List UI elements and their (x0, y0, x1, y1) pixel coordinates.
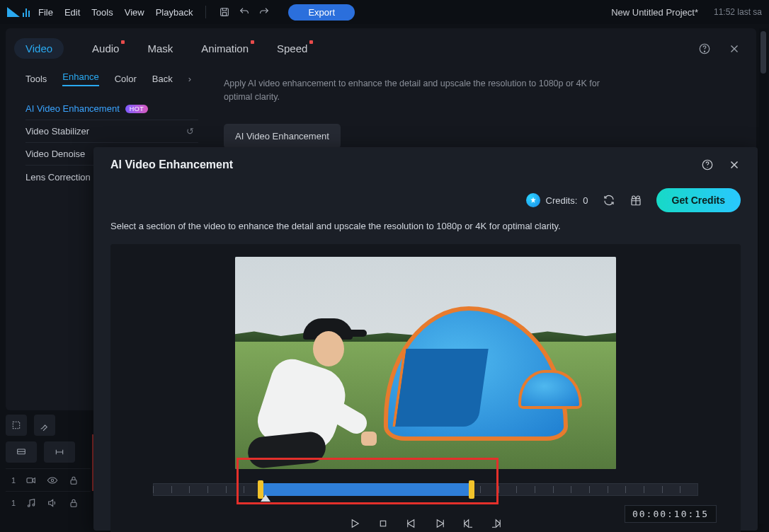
save-icon[interactable] (219, 6, 230, 18)
label: Lens Correction (25, 172, 91, 183)
track-index: 1 (11, 499, 16, 507)
animation-new-dot (251, 40, 254, 44)
tab-video[interactable]: Video (14, 38, 64, 59)
chevron-right-icon[interactable]: › (188, 74, 191, 84)
svg-point-9 (28, 504, 30, 507)
mark-in-icon[interactable] (462, 517, 474, 530)
dialog-close-icon[interactable] (728, 158, 741, 171)
track-video[interactable]: 1 (6, 468, 91, 491)
svg-rect-8 (71, 480, 76, 484)
svg-point-10 (33, 504, 35, 506)
timecode-display: 00:00:10:15 (625, 505, 717, 523)
lock-icon[interactable] (68, 497, 79, 509)
credits-label: Credits: (546, 195, 578, 206)
reset-icon[interactable]: ↺ (186, 126, 194, 137)
subtab-background[interactable]: Back (152, 74, 173, 84)
menu-file[interactable]: File (38, 7, 53, 18)
credits-coin-icon (526, 193, 540, 207)
svg-rect-11 (71, 502, 76, 507)
lock-icon[interactable] (68, 475, 79, 486)
get-credits-button[interactable]: Get Credits (656, 188, 741, 212)
stop-icon[interactable] (377, 517, 389, 530)
feature-description: Apply AI video enhancement to enhance th… (224, 77, 603, 104)
svg-point-13 (707, 167, 707, 168)
credits-value: 0 (583, 195, 588, 206)
svg-rect-0 (221, 8, 229, 16)
menu-playback[interactable]: Playback (156, 7, 193, 18)
ai-enhancement-dialog: AI Video Enhancement Credits: 0 Get Cred… (93, 147, 758, 531)
tool-brush[interactable] (34, 415, 55, 436)
audio-new-dot (121, 40, 125, 44)
undo-icon[interactable] (239, 6, 250, 18)
tab-animation[interactable]: Animation (201, 42, 249, 54)
redo-icon[interactable] (258, 6, 270, 18)
menu-tools[interactable]: Tools (91, 7, 113, 18)
menu-edit[interactable]: Edit (64, 7, 80, 18)
ai-enhancement-button[interactable]: AI Video Enhancement (224, 124, 341, 149)
help-icon[interactable] (698, 42, 711, 55)
speaker-icon[interactable] (47, 497, 58, 509)
tab-speed[interactable]: Speed (277, 42, 307, 54)
menubar: File Edit Tools View Playback Export New… (0, 0, 769, 24)
app-logo (7, 6, 24, 18)
gift-icon[interactable] (630, 194, 642, 207)
project-title: New Untitled Project* (611, 7, 698, 18)
close-panel-icon[interactable] (728, 42, 741, 55)
track-audio[interactable]: 1 (6, 491, 91, 514)
label: AI Video Enhancement (25, 103, 120, 114)
transport-controls (348, 517, 503, 530)
credits-display: Credits: 0 (526, 193, 588, 207)
sidebar-item-ai-enhance[interactable]: AI Video Enhancement HOT (25, 98, 198, 120)
preview-area: 00:00:10:15 (110, 244, 741, 532)
highlight-annotation (237, 458, 499, 504)
next-frame-icon[interactable] (433, 517, 446, 530)
right-scrollbar[interactable] (759, 28, 768, 524)
svg-rect-1 (223, 13, 227, 16)
timeline-tools: 1 1 (6, 415, 91, 514)
hot-badge: HOT (125, 105, 149, 113)
tool-crop[interactable] (6, 441, 37, 463)
mark-out-icon[interactable] (490, 517, 503, 530)
prev-frame-icon[interactable] (405, 517, 418, 530)
tab-audio[interactable]: Audio (92, 42, 119, 54)
svg-rect-6 (27, 478, 33, 482)
svg-rect-4 (13, 422, 19, 428)
dialog-help-icon[interactable] (701, 158, 714, 171)
sidebar-item-stabilizer[interactable]: Video Stabilizer ↺ (25, 120, 198, 143)
dialog-title: AI Video Enhancement (110, 158, 233, 171)
tool-marquee[interactable] (6, 415, 27, 436)
eye-icon[interactable] (47, 475, 58, 486)
video-preview (235, 257, 616, 469)
subtab-enhance[interactable]: Enhance (62, 71, 98, 86)
label: Video Denoise (25, 149, 85, 159)
subtab-color[interactable]: Color (115, 74, 137, 84)
menu-view[interactable]: View (125, 7, 144, 18)
svg-rect-15 (380, 521, 386, 526)
refresh-icon[interactable] (603, 194, 615, 207)
subtab-tools[interactable]: Tools (25, 74, 47, 84)
project-saved-time: 11:52 last sa (714, 7, 762, 17)
play-icon[interactable] (348, 517, 361, 530)
label: Video Stabilizer (25, 126, 89, 137)
selection-ruler[interactable] (153, 479, 698, 511)
tool-trim[interactable] (44, 441, 75, 463)
music-track-icon (25, 497, 37, 509)
svg-point-7 (51, 479, 53, 481)
svg-point-3 (704, 51, 705, 52)
tab-mask[interactable]: Mask (147, 42, 173, 54)
dialog-instruction: Select a section of the video to enhance… (93, 212, 758, 231)
export-button[interactable]: Export (288, 4, 355, 21)
video-track-icon (25, 475, 37, 486)
track-index: 1 (11, 476, 16, 485)
speed-new-dot (309, 40, 313, 44)
